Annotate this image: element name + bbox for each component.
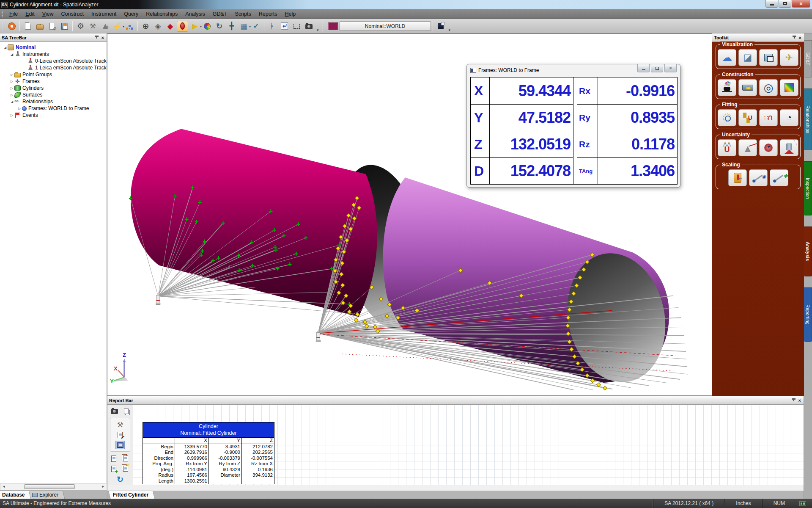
toolbar-button[interactable] [140,21,151,32]
toolbar-button[interactable] [87,21,99,32]
pin-icon[interactable] [792,398,796,403]
close-button[interactable]: × [792,0,810,8]
side-tab[interactable]: Relationships [804,88,812,150]
bottom-tab[interactable]: Database [0,491,31,499]
toolbar-button[interactable] [177,21,188,32]
close-icon[interactable]: × [799,35,801,40]
menu-item[interactable]: GD&T [209,10,231,18]
toolbar-button[interactable] [6,21,17,32]
menu-item[interactable]: Instrument [88,10,120,18]
report-tool-button[interactable] [115,441,125,449]
pin-icon[interactable] [792,36,796,40]
toolbar-button[interactable] [201,21,213,32]
report-tool-button[interactable] [121,464,130,473]
frames-dialog[interactable]: Frames: WORLD to Frame × X 59.4344 Rx -0… [466,64,680,188]
toolbar-button[interactable] [238,21,250,32]
toolbar-button[interactable] [72,21,73,31]
report-tool-button[interactable] [109,464,118,473]
tree-horizontal-scrollbar[interactable]: ◄ ► [0,483,107,490]
bottom-tab[interactable]: Explorer [27,491,65,499]
tree-expander[interactable]: ▷ [9,73,14,77]
toolbar-button[interactable] [47,21,58,32]
menu-item[interactable]: View [38,10,58,18]
menu-item[interactable]: File [5,10,22,18]
tree-item[interactable]: ▷ Events [0,112,107,119]
side-tab[interactable]: Analysis [804,226,812,276]
toolkit-tool-button[interactable] [780,79,798,96]
toolkit-tool-button[interactable] [718,49,736,66]
toolkit-tool-button[interactable] [770,169,788,186]
menu-item[interactable]: Edit [22,10,38,18]
toolkit-tool-button[interactable] [718,79,736,96]
minimize-button[interactable] [765,0,778,8]
tree-expander[interactable]: ▷ [17,107,22,110]
toolbar-button[interactable] [59,21,70,32]
close-icon[interactable]: × [102,35,104,40]
toolbar-button[interactable] [279,21,290,32]
toolkit-tool-button[interactable] [749,169,768,186]
tree-item[interactable]: ◢ Instruments [0,51,107,58]
toolbar-overflow-icon[interactable]: ▾ [449,28,451,33]
toolbar-button[interactable] [303,21,315,32]
pin-icon[interactable] [95,36,99,40]
menu-item[interactable]: Reports [255,10,281,18]
menu-item[interactable]: Analysis [181,10,209,18]
tree-item[interactable]: ▷ Surfaces [0,91,107,98]
toolkit-tool-button[interactable] [738,79,757,96]
toolkit-tool-button[interactable] [759,79,778,96]
menu-item[interactable]: Help [281,10,300,18]
tree-item[interactable]: 0-Leica emScon Absolute Tracker (AT901 [0,58,107,64]
toolbar-button[interactable] [291,21,302,32]
toolkit-tool-button[interactable] [780,49,798,66]
tree-item[interactable]: ◢ Relationships [0,98,107,105]
toolkit-tool-button[interactable] [728,169,747,186]
active-frame-color-swatch[interactable] [328,22,338,30]
report-tool-button[interactable] [121,454,130,463]
report-tab[interactable]: Fitted Cylinder [108,491,155,499]
side-tab[interactable]: GD&T [804,40,812,77]
tree-item[interactable]: ▷ Frames [0,78,107,85]
toolkit-tool-button[interactable] [738,109,757,126]
toolbar-button[interactable] [75,21,86,32]
tree-item[interactable]: 1-Leica emScon Absolute Tracker (AT901 [0,64,107,71]
toolbar-button[interactable] [112,21,123,32]
toolbar-button[interactable] [264,21,264,31]
toolkit-tool-button[interactable] [718,109,736,126]
toolbar-button[interactable] [99,21,111,32]
report-tool-button[interactable] [121,407,131,415]
toolbar-button[interactable] [124,21,135,32]
toolkit-tool-button[interactable] [718,139,736,156]
report-tool-button[interactable] [109,454,118,463]
toolbar-button[interactable] [266,21,278,32]
toolkit-tool-button[interactable] [759,109,778,126]
toolbar-button[interactable] [189,21,200,32]
menu-item[interactable]: Construct [58,10,88,18]
toolkit-tool-button[interactable] [759,139,778,156]
tree-item[interactable]: ▷ Cylinders [0,85,107,91]
toolbar-button[interactable] [165,21,176,32]
tree-item[interactable]: ▷ Frames: WORLD to Frame [0,105,107,112]
toolbar-button[interactable] [34,21,46,32]
tree-expander[interactable]: ▷ [9,93,14,97]
menu-item[interactable]: Relationships [142,10,181,18]
scroll-right-icon[interactable]: ► [100,485,107,489]
toolkit-tool-button[interactable] [738,139,757,156]
toolbar-button[interactable] [250,21,262,32]
tree-expander[interactable]: ▷ [9,86,14,90]
tree-expander[interactable]: ▷ [9,80,14,83]
toolbar-button[interactable] [19,21,20,31]
scroll-left-icon[interactable]: ◄ [0,485,7,489]
tree-expander[interactable]: ◢ [9,100,14,104]
toolbar-button[interactable] [22,21,33,32]
tree-expander[interactable]: ◢ [9,52,14,56]
report-tool-button[interactable] [115,431,125,439]
tree-item[interactable]: ◢ Nominal [0,44,107,51]
menu-item[interactable]: Query [120,10,142,18]
toolbar-overflow-icon[interactable]: ▾ [317,28,319,33]
toolkit-tool-button[interactable] [759,49,778,66]
report-canvas[interactable]: Cylinder Nominal::Fitted Cylinder XYZ Be… [133,405,804,485]
nominal-cylinder[interactable] [131,129,377,317]
toolbar-button[interactable] [152,21,164,32]
report-tool-button[interactable] [110,407,119,415]
side-tab[interactable]: Inspection [804,161,812,215]
